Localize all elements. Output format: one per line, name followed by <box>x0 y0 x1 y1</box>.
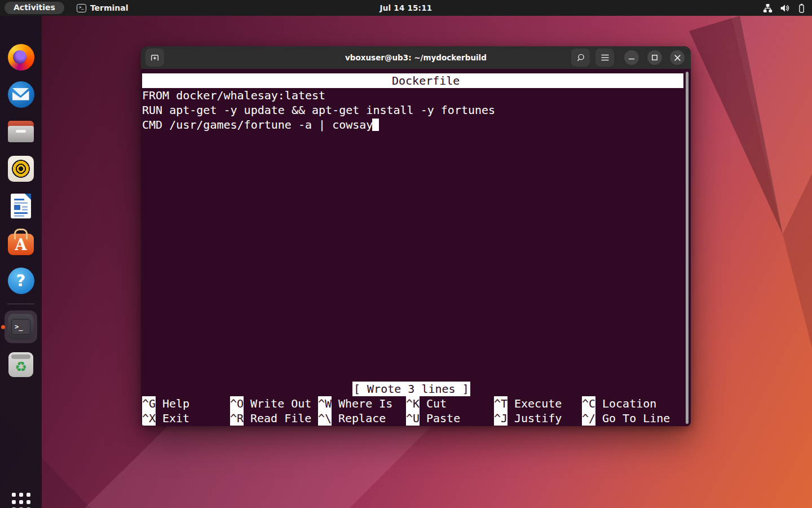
shortcut-label: Exit <box>162 411 189 426</box>
menu-button[interactable] <box>595 49 614 67</box>
shortcut-label: Read File <box>250 411 311 426</box>
minimize-icon <box>628 54 635 61</box>
volume-icon <box>780 3 789 13</box>
battery-icon <box>797 3 806 13</box>
maximize-icon <box>651 54 658 61</box>
shortcut-key: ^U <box>406 411 420 426</box>
shortcut-key: ^O <box>230 396 244 411</box>
libreoffice-writer-icon <box>11 194 31 218</box>
ubuntu-software-icon: A <box>8 234 34 255</box>
dock-item-rhythmbox[interactable] <box>5 152 37 185</box>
nano-shortcut: ^CLocation <box>582 396 595 411</box>
terminal-icon: >_ <box>8 314 34 340</box>
shortcut-key: ^T <box>494 396 508 411</box>
dock: A ? >_ ♻ <box>0 16 42 508</box>
dock-item-ubuntu-software[interactable]: A <box>5 226 37 259</box>
nano-shortcut-row: ^GHelp^OWrite Out^WWhere Is^KCut^TExecut… <box>142 396 683 411</box>
nano-title-bar: GNU nano 6.2 Dockerfile <box>142 73 683 88</box>
nano-shortcut: ^XExit <box>142 411 156 426</box>
shortcut-label: Where Is <box>338 396 392 411</box>
terminal-scrollbar[interactable] <box>686 72 689 424</box>
editor-line: RUN apt-get -y update && apt-get install… <box>142 103 495 117</box>
nano-shortcut: ^TExecute <box>494 396 508 411</box>
nano-shortcut: ^WWhere Is <box>318 396 332 411</box>
rhythmbox-icon <box>8 156 34 182</box>
close-button[interactable] <box>670 50 685 65</box>
shortcut-label: Justify <box>514 411 562 426</box>
nano-shortcut-row: ^XExit^RRead File^\Replace^UPaste^JJusti… <box>142 411 683 426</box>
dock-item-help[interactable]: ? <box>5 264 37 297</box>
dock-item-files[interactable] <box>5 115 37 148</box>
shortcut-label: Execute <box>514 396 562 411</box>
nano-shortcut: ^/Go To Line <box>582 411 595 426</box>
show-applications-icon <box>12 493 30 508</box>
focused-app-name: Terminal <box>90 3 129 12</box>
nano-status-message: [ Wrote 3 lines ] <box>352 382 470 396</box>
help-icon: ? <box>8 268 34 294</box>
nano-shortcut: ^OWrite Out <box>230 396 244 411</box>
firefox-icon <box>8 44 34 71</box>
editor-line: FROM docker/whalesay:latest <box>142 88 325 103</box>
minimize-button[interactable] <box>624 50 639 65</box>
shortcut-key: ^J <box>494 411 508 426</box>
focused-app-menu[interactable]: >_ Terminal <box>77 3 129 12</box>
network-wired-icon <box>763 3 773 13</box>
dock-item-thunderbird[interactable] <box>5 78 37 111</box>
close-icon <box>674 54 681 62</box>
nano-shortcut: ^\Replace <box>318 411 332 426</box>
thunderbird-icon <box>8 81 34 108</box>
shortcut-label: Cut <box>426 396 447 411</box>
window-titlebar[interactable]: vboxuser@ub3: ~/mydockerbuild <box>141 46 691 69</box>
shortcut-label: Replace <box>338 411 386 426</box>
shortcut-key: ^X <box>142 411 156 426</box>
shortcut-label: Paste <box>426 411 460 426</box>
search-button[interactable] <box>571 49 590 67</box>
nano-shortcut: ^UPaste <box>406 411 420 426</box>
dock-item-terminal[interactable]: >_ <box>5 310 37 343</box>
editor-line: CMD /usr/games/fortune -a | cowsay <box>142 117 373 132</box>
search-icon <box>576 52 586 63</box>
clock[interactable]: Jul 14 15:11 <box>380 3 433 12</box>
nano-editor-screen[interactable]: GNU nano 6.2 Dockerfile FROM docker/whal… <box>141 69 691 426</box>
shortcut-key: ^\ <box>318 411 332 426</box>
dock-item-firefox[interactable] <box>5 41 37 73</box>
shortcut-key: ^W <box>318 396 332 411</box>
shortcut-label: Go To Line <box>602 411 670 426</box>
dock-item-libreoffice-writer[interactable] <box>5 190 37 222</box>
top-bar: Activities >_ Terminal Jul 14 15:11 <box>0 0 812 16</box>
nano-shortcut: ^KCut <box>406 396 420 411</box>
show-applications-button[interactable] <box>5 485 37 508</box>
nano-shortcut: ^GHelp <box>142 396 156 411</box>
shortcut-key: ^K <box>406 396 420 411</box>
maximize-button[interactable] <box>647 50 662 65</box>
trash-icon: ♻ <box>8 352 33 377</box>
shortcut-label: Help <box>162 396 189 411</box>
shortcut-key: ^R <box>230 411 244 426</box>
shortcut-key: ^G <box>142 396 156 411</box>
activities-button[interactable]: Activities <box>5 2 64 14</box>
terminal-window: vboxuser@ub3: ~/mydockerbuild <box>141 46 691 426</box>
system-tray[interactable] <box>763 0 806 16</box>
nano-shortcut: ^JJustify <box>494 411 508 426</box>
shortcut-label: Write Out <box>250 396 311 411</box>
hamburger-menu-icon <box>601 54 610 62</box>
shortcut-key: ^C <box>582 396 595 411</box>
dock-separator <box>7 304 34 304</box>
nano-filename: Dockerfile <box>392 73 460 88</box>
shortcut-label: Location <box>602 396 656 411</box>
nano-shortcut: ^RRead File <box>230 411 244 426</box>
terminal-app-icon: >_ <box>77 4 86 12</box>
files-icon <box>8 121 34 142</box>
shortcut-key: ^/ <box>582 411 595 426</box>
text-cursor <box>372 119 379 131</box>
dock-item-trash[interactable]: ♻ <box>5 348 37 381</box>
